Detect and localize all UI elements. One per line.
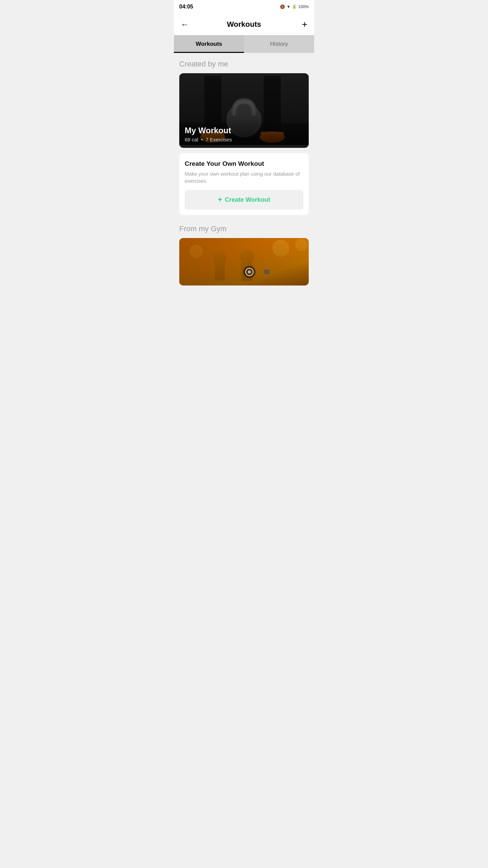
header: ← Workouts + — [174, 14, 314, 35]
workout-name: My Workout — [185, 126, 232, 135]
created-by-me-title: Created by me — [179, 60, 309, 68]
from-my-gym-section: From my Gym — [179, 224, 309, 285]
tab-workouts-label: Workouts — [196, 41, 222, 47]
content-area: Created by me — [174, 53, 314, 292]
created-by-me-section: Created by me — [179, 60, 309, 215]
page-title: Workouts — [227, 20, 261, 29]
workout-card-info: My Workout 68 cal • 7 Exercises — [185, 126, 232, 142]
battery-icon: 🔋 — [292, 4, 297, 9]
from-my-gym-title: From my Gym — [179, 224, 309, 233]
wifi-icon: ▼ — [286, 4, 290, 9]
svg-rect-23 — [264, 270, 269, 274]
create-btn-plus-icon: + — [218, 195, 222, 204]
svg-point-22 — [248, 270, 251, 274]
workout-meta: 68 cal • 7 Exercises — [185, 137, 232, 142]
mute-icon: 🔕 — [280, 4, 285, 9]
status-icons: 🔕 ▼ 🔋 100% — [280, 4, 309, 9]
create-workout-description: Make your own workout plan using our dat… — [185, 170, 303, 184]
back-button[interactable]: ← — [181, 20, 194, 29]
status-bar: 04:05 🔕 ▼ 🔋 100% — [174, 0, 314, 14]
tab-history[interactable]: History — [244, 35, 314, 53]
workout-calories: 68 cal — [185, 137, 198, 142]
back-arrow-icon: ← — [181, 20, 189, 29]
create-workout-button[interactable]: + Create Workout — [185, 190, 303, 210]
gym-card-image — [179, 238, 309, 285]
status-time: 04:05 — [179, 4, 193, 10]
gym-card[interactable] — [179, 238, 309, 285]
svg-rect-19 — [179, 238, 309, 285]
tab-history-label: History — [270, 41, 288, 47]
meta-dot: • — [201, 137, 203, 142]
create-workout-title: Create Your Own Workout — [185, 160, 303, 167]
create-btn-label: Create Workout — [225, 196, 270, 203]
create-workout-card: Create Your Own Workout Make your own wo… — [179, 153, 309, 215]
workout-exercises: 7 Exercises — [206, 137, 232, 142]
my-workout-card[interactable]: My Workout 68 cal • 7 Exercises — [179, 73, 309, 148]
tab-bar: Workouts History — [174, 35, 314, 53]
tab-workouts[interactable]: Workouts — [174, 35, 244, 53]
battery-percent: 100% — [298, 4, 309, 9]
add-icon: + — [302, 19, 307, 30]
add-button[interactable]: + — [294, 19, 307, 30]
